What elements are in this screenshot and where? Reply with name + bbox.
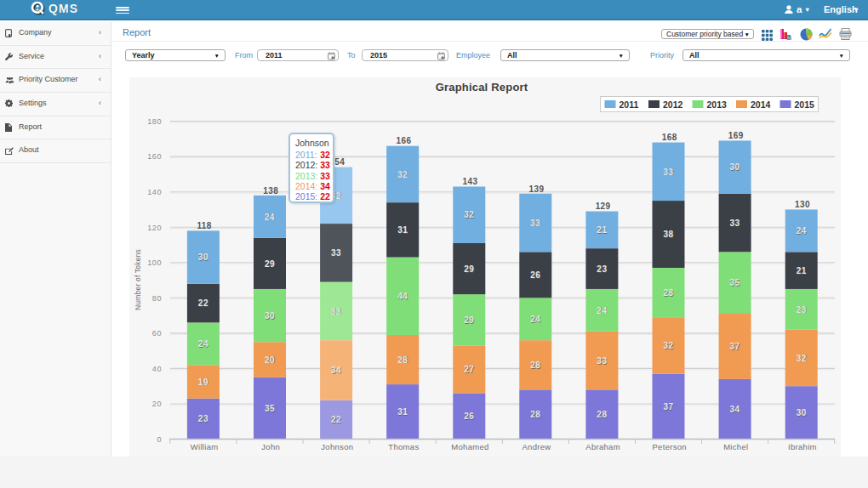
svg-text:Michel: Michel [723, 442, 748, 451]
svg-text:24: 24 [198, 339, 208, 349]
svg-text:Mohamed: Mohamed [451, 442, 488, 451]
svg-text:169: 169 [728, 131, 744, 140]
svg-text:37: 37 [730, 342, 740, 351]
svg-text:28: 28 [397, 355, 408, 365]
svg-text:34: 34 [331, 366, 341, 375]
svg-text:33: 33 [331, 248, 341, 258]
svg-text:166: 166 [396, 136, 411, 145]
svg-text:21: 21 [797, 266, 807, 275]
svg-text:30: 30 [797, 408, 807, 417]
svg-text:23: 23 [597, 264, 607, 274]
svg-text:Abraham: Abraham [585, 442, 620, 451]
svg-text:33: 33 [530, 218, 540, 228]
svg-text:31: 31 [397, 225, 408, 235]
svg-text:28: 28 [597, 410, 607, 419]
svg-text:26: 26 [464, 411, 474, 421]
svg-text:31: 31 [397, 407, 408, 417]
svg-text:Johnson: Johnson [321, 442, 353, 451]
svg-text:33: 33 [663, 167, 673, 177]
svg-text:2011: 2011 [620, 99, 639, 110]
svg-text:118: 118 [197, 221, 211, 230]
svg-text:37: 37 [663, 402, 673, 411]
svg-text:19: 19 [198, 377, 208, 387]
svg-text:2015: 2015 [795, 99, 815, 110]
svg-text:William: William [191, 442, 219, 451]
svg-text:35: 35 [730, 278, 740, 287]
svg-text:20: 20 [152, 400, 162, 408]
svg-text:Thomas: Thomas [388, 442, 419, 451]
svg-text:32: 32 [397, 170, 408, 179]
svg-text:24: 24 [265, 213, 275, 222]
svg-text:160: 160 [147, 152, 162, 161]
svg-text:33: 33 [331, 307, 341, 316]
svg-text:23: 23 [198, 414, 208, 423]
svg-text:21: 21 [597, 225, 607, 235]
svg-text:30: 30 [730, 162, 740, 172]
svg-text:23: 23 [797, 305, 807, 315]
svg-text:27: 27 [464, 365, 474, 374]
svg-text:168: 168 [662, 133, 677, 142]
svg-text:Peterson: Peterson [652, 442, 686, 451]
svg-text:2012: 2012 [663, 99, 683, 110]
svg-text:40: 40 [152, 365, 162, 373]
svg-text:129: 129 [596, 201, 611, 211]
svg-text:2014: 2014 [751, 99, 771, 110]
svg-text:32: 32 [464, 210, 474, 219]
svg-text:30: 30 [265, 311, 275, 321]
svg-text:34: 34 [730, 405, 740, 414]
svg-text:80: 80 [152, 294, 162, 303]
svg-text:24: 24 [797, 226, 807, 235]
svg-text:0: 0 [157, 435, 162, 444]
svg-text:180: 180 [147, 117, 162, 126]
svg-text:28: 28 [663, 288, 673, 298]
svg-text:32: 32 [797, 354, 807, 363]
svg-text:60: 60 [152, 329, 162, 338]
svg-text:29: 29 [464, 264, 474, 274]
svg-text:120: 120 [147, 224, 162, 232]
svg-text:24: 24 [530, 315, 540, 324]
svg-text:2013: 2013 [707, 99, 728, 110]
svg-text:143: 143 [463, 177, 478, 186]
svg-text:30: 30 [198, 253, 208, 262]
svg-text:139: 139 [529, 184, 545, 194]
svg-text:140: 140 [147, 188, 162, 196]
svg-text:20: 20 [265, 355, 275, 365]
svg-text:28: 28 [530, 360, 540, 370]
svg-text:130: 130 [795, 200, 810, 209]
svg-text:Number of Tokens: Number of Tokens [134, 249, 142, 310]
svg-text:22: 22 [331, 415, 341, 424]
svg-text:28: 28 [530, 410, 540, 419]
svg-text:Andrew: Andrew [522, 442, 551, 451]
svg-text:33: 33 [597, 356, 607, 366]
svg-text:29: 29 [464, 315, 474, 325]
svg-text:33: 33 [730, 218, 740, 228]
svg-text:138: 138 [263, 186, 278, 196]
svg-text:32: 32 [663, 341, 673, 350]
svg-text:22: 22 [198, 298, 208, 308]
svg-text:24: 24 [597, 306, 607, 315]
svg-text:QMS: QMS [49, 2, 78, 15]
svg-text:26: 26 [530, 270, 540, 280]
svg-text:100: 100 [147, 258, 162, 267]
svg-text:29: 29 [265, 259, 275, 269]
svg-text:44: 44 [397, 292, 408, 301]
svg-text:35: 35 [265, 404, 275, 413]
svg-text:38: 38 [663, 230, 673, 239]
svg-text:Ibrahim: Ibrahim [788, 442, 817, 451]
svg-text:John: John [261, 442, 280, 451]
